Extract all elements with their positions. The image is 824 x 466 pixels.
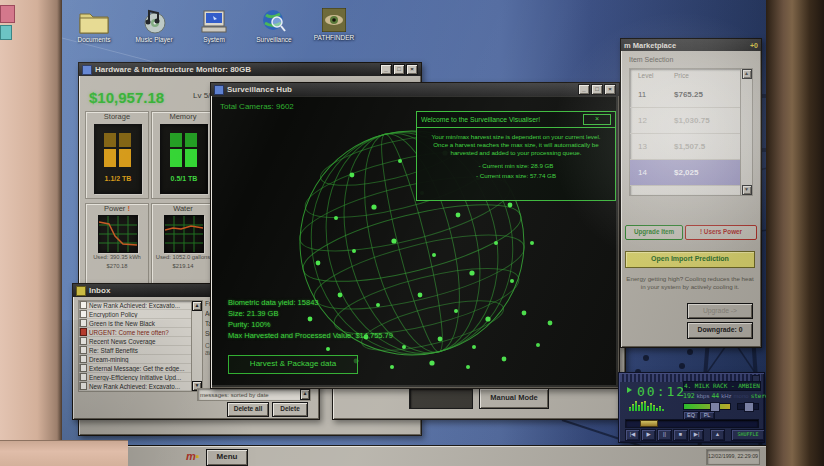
hardware-monitor-titlebar[interactable]: Hardware & Infrastructure Monitor: 80GB … bbox=[79, 63, 421, 76]
email-row[interactable]: Recent News Coverage bbox=[79, 337, 192, 346]
table-row[interactable]: 11$765.25 bbox=[630, 82, 741, 108]
balance-thumb[interactable] bbox=[744, 402, 754, 412]
surveillance-titlebar[interactable]: Surveillance Hub _ □ × bbox=[211, 83, 619, 96]
minimize-button[interactable]: _ bbox=[578, 84, 590, 95]
upgrade-item-button[interactable]: Upgrade Item bbox=[625, 225, 683, 240]
dropdown-value: messages: sorted by date bbox=[198, 392, 300, 398]
desktop-icon-system[interactable]: System bbox=[186, 10, 242, 43]
track-title: 4. MILK RACK - AMBIENT (3:46) bbox=[683, 381, 761, 391]
email-row[interactable]: External Message: Get the edge... bbox=[79, 364, 192, 373]
email-row[interactable]: Green is the New Black bbox=[79, 319, 192, 328]
water-graph bbox=[164, 215, 204, 253]
email-row[interactable]: Energy-Efficiency Initiative Upd... bbox=[79, 373, 192, 382]
close-button[interactable]: × bbox=[406, 64, 418, 75]
email-row[interactable]: New Rank Achieved: Excavato... bbox=[79, 301, 192, 310]
desktop-icon-pathfinder[interactable]: PATHFINDER bbox=[306, 8, 362, 41]
icon-label: System bbox=[203, 36, 225, 43]
minimize-button[interactable]: _ bbox=[380, 64, 392, 75]
users-power-button[interactable]: ! Users Power bbox=[685, 225, 757, 240]
dialog-text: Your min/max harvest size is dependent o… bbox=[425, 133, 607, 141]
globe-magnifier-icon bbox=[259, 8, 289, 34]
next-button[interactable]: ▶| bbox=[689, 429, 704, 441]
volume-slider[interactable] bbox=[683, 403, 731, 410]
window-title: Surveillance Hub bbox=[227, 85, 292, 94]
item-table-scrollbar[interactable]: ▲ ▼ bbox=[740, 68, 753, 196]
storage-label: Storage bbox=[86, 112, 148, 121]
sticker-teal bbox=[0, 25, 12, 40]
scroll-down-icon[interactable]: ▼ bbox=[742, 185, 752, 195]
taskbar-clock: 12/02/1999, 22:29:09 bbox=[706, 449, 760, 465]
table-header: LevelPrice bbox=[630, 69, 741, 82]
email-row[interactable]: Dream-mining bbox=[79, 355, 192, 364]
shield-icon bbox=[214, 85, 224, 95]
khz-value: 44 bbox=[711, 392, 719, 400]
manual-mode-button[interactable]: Manual Mode bbox=[479, 388, 549, 409]
storage-value: 1.1/2 TB bbox=[95, 175, 141, 182]
logo-dot-icon: ▪ bbox=[196, 450, 200, 462]
media-player-window: 00:12 4. MILK RACK - AMBIENT (3:46) 192 … bbox=[618, 372, 765, 443]
delete-button[interactable]: Delete bbox=[272, 402, 308, 417]
balance-slider[interactable] bbox=[737, 403, 759, 410]
taskbar: m▪ Menu 12/02/1999, 22:29:09 bbox=[128, 446, 766, 466]
seek-bar[interactable] bbox=[625, 419, 759, 428]
currency-badge: +0 bbox=[750, 42, 758, 49]
maximize-button[interactable]: □ bbox=[591, 84, 603, 95]
icon-label: Surveillance bbox=[256, 36, 291, 43]
scroll-up-icon[interactable]: ▲ bbox=[742, 69, 752, 79]
window-title: m Marketplace bbox=[624, 41, 676, 50]
menu-button[interactable]: Menu bbox=[206, 449, 248, 466]
prev-button[interactable]: |◀ bbox=[625, 429, 640, 441]
desktop-icon-surveillance[interactable]: Surveillance bbox=[246, 8, 302, 43]
dropdown-arrow-icon[interactable]: ▲ bbox=[300, 389, 310, 400]
mail-icon bbox=[80, 301, 87, 309]
downgrade-button[interactable]: Downgrade: 0 bbox=[687, 322, 753, 339]
eye-icon bbox=[322, 8, 346, 32]
computer-icon bbox=[200, 10, 228, 34]
mail-icon bbox=[80, 310, 87, 318]
icon-label: Music Player bbox=[135, 36, 172, 43]
email-list: New Rank Achieved: Excavato... Encryptio… bbox=[78, 300, 193, 392]
seek-thumb[interactable] bbox=[640, 420, 658, 427]
scroll-up-icon[interactable]: ▲ bbox=[192, 301, 202, 311]
email-row-urgent[interactable]: URGENT: High Electricity Usage bbox=[79, 391, 192, 392]
table-row[interactable]: 13$1,507.5 bbox=[630, 134, 741, 160]
dialog-close-button[interactable]: × bbox=[583, 114, 611, 125]
harvest-stats: Biometric data yield: 15843 Size: 21.39 … bbox=[228, 297, 393, 341]
eject-button[interactable]: ▲ bbox=[710, 429, 725, 441]
stop-button[interactable]: ■ bbox=[673, 429, 688, 441]
monitor-photo: Documents Music Player System Surveillan… bbox=[0, 0, 824, 466]
pause-button[interactable]: || bbox=[657, 429, 672, 441]
email-row[interactable]: Re: Staff Benefits bbox=[79, 346, 192, 355]
close-button[interactable]: × bbox=[604, 84, 616, 95]
table-row-selected[interactable]: 14$2,025 bbox=[630, 160, 741, 186]
balance-readout: $10,957.18 bbox=[89, 89, 164, 106]
stat-purity: Purity: 100% bbox=[228, 319, 393, 330]
email-row[interactable]: New Rank Achieved: Excavato... bbox=[79, 382, 192, 391]
shuffle-button[interactable]: SHUFFLE bbox=[731, 429, 765, 441]
harvest-package-button[interactable]: Harvest & Package data bbox=[228, 355, 358, 374]
table-row[interactable]: 12$1,030.75 bbox=[630, 108, 741, 134]
delete-all-button[interactable]: Delete all bbox=[227, 402, 269, 417]
play-button[interactable]: ▶ bbox=[641, 429, 656, 441]
maximize-button[interactable]: □ bbox=[393, 64, 405, 75]
mono-indicator: mono bbox=[734, 393, 749, 399]
power-label: Power bbox=[104, 204, 125, 213]
bitrate-value: 192 bbox=[683, 392, 695, 400]
mail-icon bbox=[80, 319, 87, 327]
sort-dropdown[interactable]: messages: sorted by date ▲ bbox=[197, 388, 311, 401]
marketplace-titlebar[interactable]: m Marketplace +0 bbox=[621, 39, 761, 51]
email-row[interactable]: Encryption Policy bbox=[79, 310, 192, 319]
window-title: Inbox bbox=[89, 286, 110, 295]
upgrade-button[interactable]: Upgrade -> bbox=[687, 303, 753, 319]
icon-label: PATHFINDER bbox=[314, 34, 355, 41]
mail-icon bbox=[80, 355, 87, 363]
open-import-prediction-button[interactable]: Open Import Prediction bbox=[625, 251, 755, 268]
memory-value: 0.5/1 TB bbox=[161, 175, 207, 182]
mode-toggle-button[interactable] bbox=[409, 388, 473, 409]
icon-label: Documents bbox=[78, 36, 111, 43]
desktop-icon-documents[interactable]: Documents bbox=[66, 10, 122, 43]
power-cost: $270.18 bbox=[86, 263, 148, 269]
desktop-icon-music-player[interactable]: Music Player bbox=[126, 8, 182, 43]
email-row-urgent[interactable]: URGENT: Come here often? bbox=[79, 328, 192, 337]
email-list-scrollbar[interactable]: ▲ ▼ bbox=[191, 300, 203, 392]
